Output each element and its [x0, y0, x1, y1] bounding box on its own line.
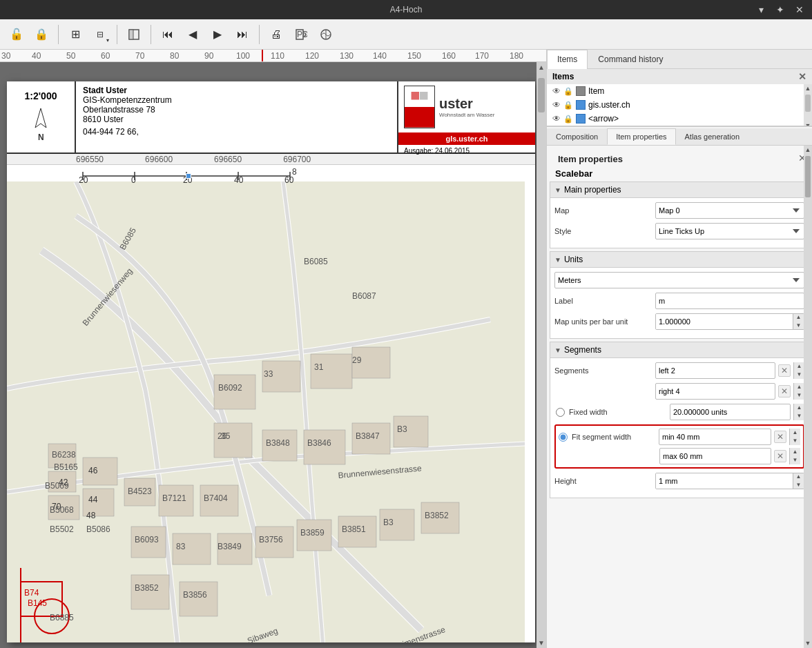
- fit-segment-radio[interactable]: [559, 433, 568, 442]
- fit-max-up[interactable]: ▲: [789, 448, 800, 456]
- segments-right-row: ✕ ▲ ▼: [554, 383, 804, 400]
- atlas-button[interactable]: [315, 23, 337, 46]
- height-down[interactable]: ▼: [793, 481, 804, 489]
- fit-max-input[interactable]: [659, 448, 771, 464]
- nav-last-button[interactable]: ⏭: [231, 23, 253, 46]
- scale-value: 1:2'000: [25, 90, 57, 101]
- item-lock-icon-2: 🔒: [563, 101, 573, 110]
- items-rows: 👁 🔒 Item 👁 🔒 gis.uster.ch 👁: [547, 84, 812, 126]
- item-row-gis[interactable]: 👁 🔒 gis.uster.ch: [547, 98, 804, 112]
- title-bar-controls: ▾ ✦ ✕: [754, 3, 806, 17]
- items-close-button[interactable]: ✕: [798, 72, 806, 81]
- main-properties-header[interactable]: ▼ Main properties: [550, 181, 809, 198]
- fixed-width-down[interactable]: ▼: [793, 412, 804, 420]
- map-units-spinner: ▲ ▼: [655, 313, 804, 330]
- fit-min-input[interactable]: [659, 429, 771, 445]
- map-units-up[interactable]: ▲: [793, 313, 804, 322]
- map-field-row: Map Map 0: [554, 202, 804, 219]
- item-arrow-label: <arrow>: [588, 114, 619, 124]
- fit-min-up[interactable]: ▲: [789, 429, 800, 437]
- units-content: Meters Label Map units per bar unit ▲: [550, 268, 809, 339]
- atlas-generation-tab[interactable]: Atlas generation: [676, 128, 749, 145]
- map-units-input[interactable]: [656, 314, 793, 329]
- segments-left-clear[interactable]: ✕: [778, 364, 791, 377]
- restore-button[interactable]: ✦: [773, 3, 787, 17]
- svg-text:B5165: B5165: [54, 462, 78, 472]
- svg-text:B145: B145: [28, 598, 47, 608]
- main-properties-section: ▼ Main properties Map Map 0 Style Line T…: [550, 181, 809, 248]
- units-section: ▼ Units Meters Label Map units per bar u: [550, 251, 809, 339]
- fixed-width-radio[interactable]: [556, 408, 565, 417]
- separator-1: [58, 25, 59, 44]
- height-input[interactable]: [656, 473, 793, 489]
- layers-button[interactable]: ⊞: [64, 23, 86, 46]
- segments-right-down[interactable]: ▼: [793, 391, 804, 400]
- segments-left-input[interactable]: [655, 362, 775, 379]
- svg-text:B3859: B3859: [300, 528, 325, 538]
- fit-min-down[interactable]: ▼: [789, 437, 800, 445]
- segments-right-up[interactable]: ▲: [793, 383, 804, 391]
- command-history-tab[interactable]: Command history: [588, 50, 673, 68]
- brand-content: uster Wohnstadt am Wasser: [398, 81, 535, 132]
- svg-text:B3847: B3847: [356, 431, 380, 441]
- items-tab[interactable]: Items: [547, 50, 588, 69]
- prop-scrollbar[interactable]: ▲ ▼: [804, 146, 812, 648]
- toggle-button[interactable]: ⊟▾: [89, 23, 111, 46]
- item-row-arrow[interactable]: 👁 🔒 <arrow>: [547, 112, 804, 126]
- segments-left-up[interactable]: ▲: [793, 362, 804, 371]
- svg-text:B7121: B7121: [162, 493, 186, 503]
- svg-text:80: 80: [170, 51, 180, 61]
- segments-header[interactable]: ▼ Segments: [550, 342, 809, 358]
- nav-next-button[interactable]: ▶: [206, 23, 229, 46]
- map-select[interactable]: Map 0: [655, 202, 804, 219]
- fit-max-clear[interactable]: ✕: [774, 450, 786, 462]
- item-properties-tab[interactable]: Item properties: [607, 128, 675, 145]
- lock-button[interactable]: 🔒: [30, 23, 52, 46]
- page-header: 1:2'000 N St: [7, 81, 535, 154]
- canvas-area[interactable]: 1:2'000 N St: [0, 62, 546, 648]
- vertical-scrollbar[interactable]: ▲ ▼: [536, 62, 546, 648]
- fixed-width-up[interactable]: ▲: [793, 404, 804, 412]
- items-scrollbar[interactable]: ▲ ▼: [804, 84, 812, 126]
- segments-right-clear[interactable]: ✕: [778, 385, 791, 397]
- item-gis-label: gis.uster.ch: [588, 100, 630, 110]
- svg-text:83: 83: [176, 542, 186, 551]
- print-button[interactable]: 🖨: [265, 23, 287, 46]
- close-button[interactable]: ✕: [793, 3, 806, 17]
- units-select[interactable]: Meters: [554, 272, 804, 288]
- canvas-panel: 30 40 50 60 70 80 90 100 110 120 130 140…: [0, 50, 546, 648]
- fit-max-down[interactable]: ▼: [789, 456, 800, 464]
- fit-min-clear[interactable]: ✕: [774, 431, 786, 443]
- item-row-item[interactable]: 👁 🔒 Item: [547, 84, 804, 98]
- composition-tab[interactable]: Composition: [547, 128, 607, 145]
- svg-text:B3: B3: [383, 518, 394, 527]
- unlock-button[interactable]: 🔓: [6, 23, 28, 46]
- segments-left-down[interactable]: ▼: [793, 371, 804, 379]
- nav-prev-button[interactable]: ◀: [182, 23, 204, 46]
- items-title: Items: [552, 72, 574, 81]
- units-header[interactable]: ▼ Units: [550, 251, 809, 268]
- svg-text:B5502: B5502: [50, 524, 74, 534]
- prop-scroll-thumb[interactable]: [805, 156, 811, 197]
- nav-first-button[interactable]: ⏮: [157, 23, 179, 46]
- scalebar: 20 0 20 40 60 80 m: [76, 168, 297, 186]
- style-select[interactable]: Line Ticks Up: [655, 223, 804, 239]
- fixed-width-input[interactable]: [670, 404, 791, 420]
- org-line3: Oberlandstrasse 78: [83, 105, 390, 115]
- height-up[interactable]: ▲: [793, 473, 804, 481]
- svg-text:B5086: B5086: [86, 524, 110, 534]
- map-units-down[interactable]: ▼: [793, 322, 804, 330]
- svg-text:33: 33: [264, 369, 273, 379]
- export-pdf-button[interactable]: PDF: [290, 23, 312, 46]
- org-line4: 8610 Uster: [83, 115, 390, 124]
- properties-panel: Item properties ✕ Scalebar ▼ Main proper…: [547, 146, 812, 648]
- coat-of-arms: [404, 86, 435, 128]
- map-svg: Brunnenwiesenweg Brunnenwiesenstrasse Si…: [7, 181, 525, 642]
- svg-text:44: 44: [88, 495, 98, 504]
- page-layout-button[interactable]: [123, 23, 145, 46]
- label-field-input[interactable]: [655, 293, 804, 309]
- segments-right-input[interactable]: [655, 383, 775, 400]
- item-eye-icon: 👁: [552, 86, 561, 96]
- minimize-button[interactable]: ▾: [754, 3, 768, 17]
- scroll-thumb[interactable]: [538, 78, 545, 112]
